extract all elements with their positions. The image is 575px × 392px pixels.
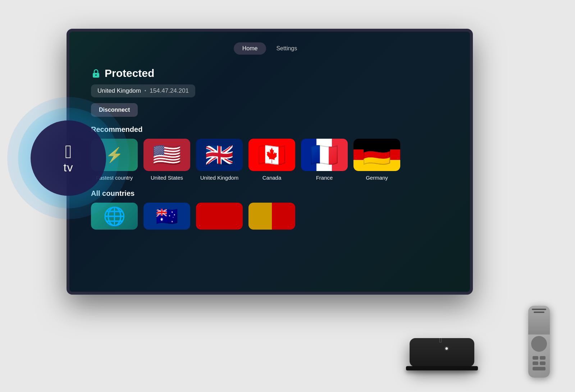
protected-text: Protected bbox=[105, 67, 154, 79]
fr-country-item[interactable]: 🇫🇷 France bbox=[301, 139, 348, 181]
fr-label: France bbox=[316, 175, 333, 181]
all-country-flag-au[interactable]: 🇦🇺 bbox=[143, 203, 190, 230]
box-apple-icon:  bbox=[439, 335, 442, 345]
appletv-circles:  tv bbox=[7, 97, 129, 219]
recommended-title: Recommended bbox=[91, 125, 448, 134]
remote-body bbox=[528, 306, 550, 378]
all-country-flag-partial-red[interactable] bbox=[196, 203, 243, 230]
svg-point-1 bbox=[95, 74, 97, 76]
tv-content: Home Settings Protected United Kingdom •… bbox=[69, 32, 470, 292]
de-flag: 🇩🇪 bbox=[353, 139, 400, 171]
tab-home[interactable]: Home bbox=[234, 42, 266, 55]
connection-info: United Kingdom • 154.47.24.201 bbox=[91, 84, 195, 97]
circle-inner:  tv bbox=[31, 120, 106, 196]
remote-top bbox=[528, 306, 550, 335]
appletv-box:  bbox=[402, 324, 482, 381]
all-country-grid: 🌐 🇦🇺 bbox=[91, 203, 448, 230]
remote-btn-row-3 bbox=[533, 367, 546, 370]
remote-btn-1[interactable] bbox=[533, 356, 538, 360]
remote-menu-bar-1 bbox=[532, 309, 546, 310]
remote-btn-2[interactable] bbox=[540, 356, 546, 360]
us-flag: 🇺🇸 bbox=[143, 139, 190, 171]
recommended-grid: ⚡ Fastest country 🇺🇸 United States 🇬🇧 Un… bbox=[91, 139, 448, 181]
fr-flag: 🇫🇷 bbox=[301, 139, 348, 171]
all-countries-section: All countries 🌐 🇦🇺 bbox=[91, 189, 448, 230]
connection-dot: • bbox=[145, 88, 146, 93]
lock-icon bbox=[91, 68, 101, 78]
de-country-item[interactable]: 🇩🇪 Germany bbox=[353, 139, 400, 181]
all-country-flag-partial-4[interactable] bbox=[248, 203, 295, 230]
uk-country-item[interactable]: 🇬🇧 United Kingdom bbox=[196, 139, 243, 181]
remote-buttons bbox=[528, 353, 550, 373]
uk-flag: 🇬🇧 bbox=[196, 139, 243, 171]
remote-btn-3[interactable] bbox=[533, 361, 538, 365]
apple-logo-icon:  bbox=[65, 142, 72, 161]
connection-country: United Kingdom bbox=[97, 87, 141, 94]
remote-btn-4[interactable] bbox=[540, 361, 546, 365]
appletv-label: tv bbox=[64, 161, 73, 174]
connection-ip: 154.47.24.201 bbox=[150, 87, 189, 94]
all-countries-title: All countries bbox=[91, 189, 448, 198]
status-section: Protected United Kingdom • 154.47.24.201… bbox=[91, 67, 448, 117]
us-country-item[interactable]: 🇺🇸 United States bbox=[143, 139, 190, 181]
uk-label: United Kingdom bbox=[200, 175, 239, 181]
ca-country-item[interactable]: 🇨🇦 Canada bbox=[248, 139, 295, 181]
box-base bbox=[406, 366, 478, 370]
protected-badge: Protected bbox=[91, 67, 448, 79]
de-label: Germany bbox=[366, 175, 388, 181]
remote-btn-row-2 bbox=[533, 361, 546, 365]
tab-settings[interactable]: Settings bbox=[268, 42, 306, 55]
remote bbox=[528, 306, 553, 385]
remote-trackpad[interactable] bbox=[531, 336, 547, 352]
box-light bbox=[446, 347, 448, 350]
box-body:  bbox=[410, 338, 474, 367]
ca-label: Canada bbox=[263, 175, 282, 181]
us-label: United States bbox=[151, 175, 183, 181]
top-nav: Home Settings bbox=[91, 42, 448, 55]
remote-btn-5[interactable] bbox=[533, 367, 546, 370]
ca-flag: 🇨🇦 bbox=[248, 139, 295, 171]
remote-btn-row-1 bbox=[533, 356, 546, 360]
remote-menu-bar-2 bbox=[534, 312, 544, 313]
